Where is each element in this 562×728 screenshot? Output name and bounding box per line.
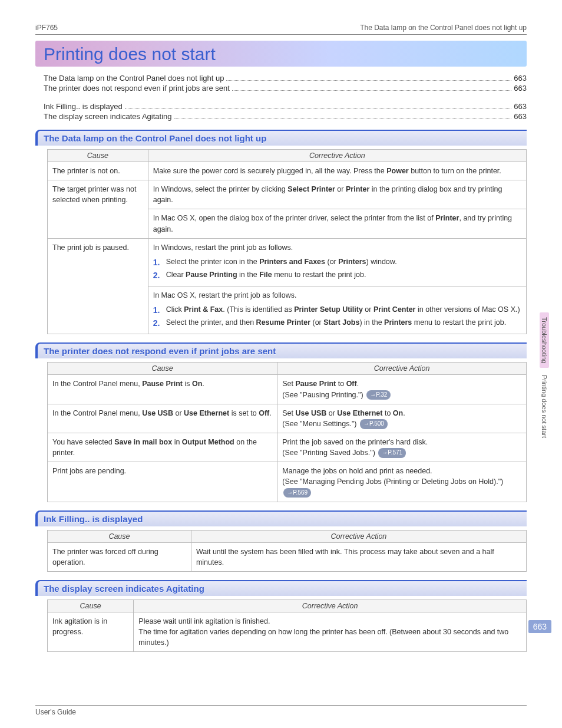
- toc-page: 663: [514, 112, 527, 121]
- table-row: Print jobs are pending. Manage the jobs …: [48, 462, 527, 502]
- cell-cause: The printer is not on.: [48, 162, 148, 180]
- cell-action: In Mac OS X, restart the print job as fo…: [148, 286, 526, 334]
- page-header: iPF765 The Data lamp on the Control Pane…: [35, 24, 527, 35]
- list-item: Clear Pause Printing in the File menu to…: [153, 269, 521, 280]
- table-no-respond: Cause Corrective Action In the Control P…: [47, 362, 527, 502]
- toc-row[interactable]: The display screen indicates Agitating 6…: [44, 112, 527, 121]
- toc-label: The printer does not respond even if pri…: [44, 84, 230, 93]
- cell-action: Make sure the power cord is securely plu…: [148, 162, 526, 180]
- col-cause: Cause: [48, 599, 134, 612]
- table-row: You have selected Save in mail box in Ou…: [48, 433, 527, 462]
- table-row: The printer was forced off during operat…: [48, 542, 527, 571]
- section-heading: The printer does not respond even if pri…: [35, 342, 527, 358]
- cell-cause: You have selected Save in mail box in Ou…: [48, 433, 277, 462]
- toc-row[interactable]: Ink Filling.. is displayed 663: [44, 102, 527, 111]
- section-heading: The Data lamp on the Control Panel does …: [35, 130, 527, 146]
- toc-page: 663: [514, 74, 527, 83]
- side-tab-troubleshooting[interactable]: Troubleshooting: [540, 312, 549, 368]
- header-left: iPF765: [35, 24, 58, 32]
- footer-text: User's Guide: [35, 708, 76, 716]
- page-title: Printing does not start: [44, 43, 518, 65]
- toc-row[interactable]: The printer does not respond even if pri…: [44, 84, 527, 93]
- toc-row[interactable]: The Data lamp on the Control Panel does …: [44, 74, 527, 83]
- cell-cause: In the Control Panel menu, Use USB or Us…: [48, 404, 277, 433]
- table-row: Ink agitation is in progress. Please wai…: [48, 612, 527, 651]
- col-action: Corrective Action: [134, 599, 527, 612]
- toc-page: 663: [514, 84, 527, 93]
- col-cause: Cause: [48, 363, 277, 375]
- list-item: Click Print & Fax. (This is identified a…: [153, 304, 521, 315]
- toc-dots: [226, 74, 511, 81]
- section-heading: Ink Filling.. is displayed: [35, 510, 527, 526]
- cell-action: Set Use USB or Use Ethernet to On.(See "…: [277, 404, 527, 433]
- col-action: Corrective Action: [191, 530, 526, 542]
- page-ref-pill[interactable]: →P.571: [378, 448, 406, 458]
- page-ref-pill[interactable]: →P.500: [360, 419, 388, 429]
- cell-action: Print the job saved on the printer's har…: [277, 433, 527, 462]
- cell-action: Please wait until ink agitation is finis…: [134, 612, 527, 651]
- toc-label: The Data lamp on the Control Panel does …: [44, 74, 224, 83]
- cell-action: Manage the jobs on hold and print as nee…: [277, 462, 527, 502]
- list-item: Select the printer, and then Resume Prin…: [153, 317, 521, 328]
- page-ref-pill[interactable]: →P.569: [283, 488, 311, 498]
- table-row: The print job is paused. In Windows, res…: [48, 238, 527, 286]
- cell-cause: The print job is paused.: [48, 238, 148, 334]
- cell-action: Set Pause Print to Off.(See "Pausing Pri…: [277, 375, 527, 404]
- table-row: The printer is not on. Make sure the pow…: [48, 162, 527, 180]
- table-of-contents: The Data lamp on the Control Panel does …: [44, 74, 527, 121]
- cell-action: In Windows, select the printer by clicki…: [148, 180, 526, 209]
- col-action: Corrective Action: [148, 150, 526, 162]
- toc-page: 663: [514, 102, 527, 111]
- side-tab-section[interactable]: Printing does not start: [540, 370, 549, 443]
- cell-action: In Mac OS X, open the dialog box of the …: [148, 209, 526, 238]
- cell-cause: The target printer was not selected when…: [48, 180, 148, 239]
- table-row: The target printer was not selected when…: [48, 180, 527, 209]
- cell-cause: The printer was forced off during operat…: [48, 542, 191, 571]
- table-agitating: Cause Corrective Action Ink agitation is…: [47, 599, 527, 652]
- cell-cause: Ink agitation is in progress.: [48, 612, 134, 651]
- toc-dots: [174, 113, 512, 119]
- page-number-badge: 663: [528, 620, 551, 633]
- header-right: The Data lamp on the Control Panel does …: [360, 24, 527, 32]
- col-cause: Cause: [48, 150, 148, 162]
- cell-cause: Print jobs are pending.: [48, 462, 277, 502]
- cell-action: In Windows, restart the print job as fol…: [148, 238, 526, 286]
- list-item: Select the printer icon in the Printers …: [153, 256, 521, 267]
- toc-label: Ink Filling.. is displayed: [44, 102, 123, 111]
- table-row: In the Control Panel menu, Use USB or Us…: [48, 404, 527, 433]
- col-action: Corrective Action: [277, 363, 527, 375]
- side-tabs: Troubleshooting Printing does not start: [540, 312, 551, 446]
- title-banner: Printing does not start: [35, 41, 527, 67]
- toc-label: The display screen indicates Agitating: [44, 112, 172, 121]
- col-cause: Cause: [48, 530, 191, 542]
- section-heading: The display screen indicates Agitating: [35, 580, 527, 596]
- table-ink-filling: Cause Corrective Action The printer was …: [47, 530, 527, 572]
- cell-action: Wait until the system has been filled wi…: [191, 542, 526, 571]
- toc-dots: [232, 84, 512, 91]
- page-ref-pill[interactable]: →P.32: [366, 390, 391, 400]
- table-row: In the Control Panel menu, Pause Print i…: [48, 375, 527, 404]
- table-data-lamp: Cause Corrective Action The printer is n…: [47, 149, 527, 334]
- toc-dots: [125, 103, 512, 109]
- page-footer: User's Guide: [35, 705, 527, 716]
- cell-cause: In the Control Panel menu, Pause Print i…: [48, 375, 277, 404]
